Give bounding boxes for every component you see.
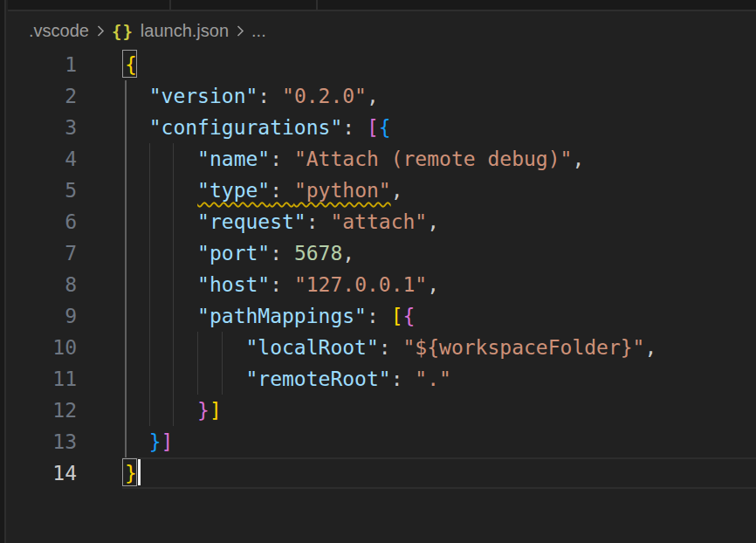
code-line[interactable]: 6 "request": "attach", — [8, 206, 756, 237]
line-number[interactable]: 10 — [8, 332, 125, 363]
json-file-icon: {} — [112, 22, 134, 41]
chevron-right-icon — [95, 24, 106, 38]
bracket-match-box — [122, 458, 137, 486]
code-line[interactable]: 2 "version": "0.2.0", — [8, 80, 756, 112]
current-line-highlight — [122, 487, 756, 489]
code-text: "pathMappings": [{ — [125, 300, 415, 332]
line-number[interactable]: 8 — [8, 269, 125, 300]
code-text: "localRoot": "${workspaceFolder}", — [125, 332, 656, 363]
line-number[interactable]: 9 — [8, 300, 125, 332]
code-text: "port": 5678, — [125, 237, 354, 269]
line-number[interactable]: 7 — [8, 237, 125, 269]
code-line[interactable]: 14} — [8, 457, 756, 489]
chevron-right-icon — [235, 24, 245, 38]
breadcrumb-file[interactable]: launch.json — [141, 21, 229, 41]
code-text: "configurations": [{ — [125, 112, 391, 143]
code-line[interactable]: 11 "remoteRoot": "." — [8, 363, 756, 395]
code-editor[interactable]: 1{2 "version": "0.2.0",3 "configurations… — [8, 49, 756, 489]
code-line[interactable]: 7 "port": 5678, — [8, 237, 756, 269]
line-number[interactable]: 5 — [8, 175, 125, 206]
code-line[interactable]: 12 }] — [8, 395, 756, 426]
code-line[interactable]: 1{ — [8, 49, 756, 80]
indent-guide — [222, 332, 223, 395]
code-text: "host": "127.0.0.1", — [125, 269, 439, 300]
code-line[interactable]: 5 "type": "python", — [8, 175, 756, 206]
code-line[interactable]: 3 "configurations": [{ — [8, 112, 756, 143]
code-line[interactable]: 9 "pathMappings": [{ — [8, 300, 756, 332]
code-line[interactable]: 8 "host": "127.0.0.1", — [8, 269, 756, 300]
tab-bar[interactable] — [8, 0, 756, 11]
code-line[interactable]: 10 "localRoot": "${workspaceFolder}", — [8, 332, 756, 363]
indent-guide — [197, 332, 198, 395]
breadcrumb-folder[interactable]: .vscode — [29, 21, 89, 41]
vscode-window: .vscode {} launch.json ... 1{2 "version"… — [0, 0, 756, 543]
code-text: "name": "Attach (remote debug)", — [125, 143, 584, 175]
indent-guide — [125, 80, 127, 457]
breadcrumb: .vscode {} launch.json ... — [8, 13, 756, 49]
current-line-highlight — [122, 457, 756, 459]
line-number[interactable]: 1 — [8, 49, 125, 80]
line-number[interactable]: 13 — [8, 426, 125, 457]
bracket-match-box — [122, 50, 137, 78]
line-number[interactable]: 6 — [8, 206, 125, 237]
line-number[interactable]: 12 — [8, 395, 125, 426]
line-number[interactable]: 14 — [8, 457, 125, 489]
tab-divider — [316, 0, 318, 11]
line-number[interactable]: 2 — [8, 80, 125, 112]
warning-squiggle: "type": "python" — [197, 179, 391, 202]
code-text: "version": "0.2.0", — [125, 80, 379, 112]
indent-guide — [173, 143, 174, 426]
text-cursor — [138, 459, 141, 485]
code-text: "type": "python", — [125, 175, 403, 206]
code-text: "request": "attach", — [125, 206, 439, 237]
code-text: "remoteRoot": "." — [125, 363, 451, 395]
breadcrumb-symbol[interactable]: ... — [251, 21, 266, 41]
line-number[interactable]: 11 — [8, 363, 125, 395]
editor-group-left-border — [0, 0, 6, 543]
indent-guide — [149, 143, 150, 426]
tab-divider — [169, 0, 171, 11]
code-line[interactable]: 13 }] — [8, 426, 756, 457]
code-text: }] — [125, 426, 173, 457]
code-line[interactable]: 4 "name": "Attach (remote debug)", — [8, 143, 756, 175]
line-number[interactable]: 3 — [8, 112, 125, 143]
line-number[interactable]: 4 — [8, 143, 125, 175]
